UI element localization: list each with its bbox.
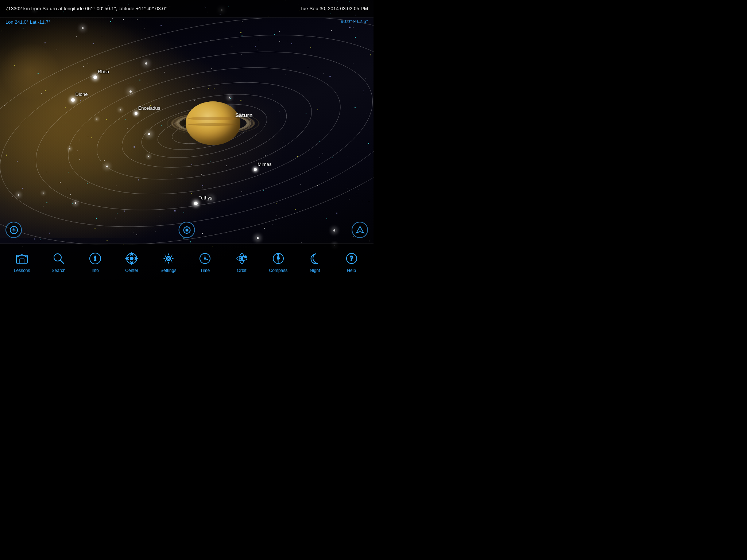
- orbit-label: Orbit: [237, 268, 247, 273]
- svg-rect-19: [20, 259, 24, 263]
- toolbar-item-orbit[interactable]: Orbit: [227, 248, 256, 276]
- toolbar-item-settings[interactable]: Settings: [154, 248, 183, 276]
- svg-point-40: [278, 258, 279, 259]
- center-label: Center: [125, 268, 138, 273]
- bottom-toolbar: Lessons Search i Info: [0, 244, 374, 280]
- compass-label: Compass: [269, 268, 288, 273]
- svg-point-28: [167, 257, 170, 260]
- toolbar-item-info[interactable]: i Info: [81, 248, 110, 276]
- coords-right: 90.0° x 62.6°: [341, 19, 368, 24]
- settings-icon: [161, 251, 176, 266]
- time-icon: [198, 251, 212, 266]
- night-icon: [307, 251, 322, 266]
- info-icon: i: [88, 251, 102, 266]
- orbit-icon: [235, 251, 249, 266]
- svg-text:N: N: [278, 253, 279, 255]
- help-icon: ?: [344, 251, 359, 266]
- center-view-button[interactable]: [179, 222, 195, 238]
- toolbar-item-help[interactable]: ? Help: [337, 248, 366, 276]
- search-label: Search: [52, 268, 66, 273]
- location-button[interactable]: [352, 222, 368, 238]
- svg-point-36: [244, 256, 246, 257]
- toolbar-item-compass[interactable]: N Compass: [264, 248, 293, 276]
- lessons-icon: [15, 251, 29, 266]
- night-label: Night: [310, 268, 320, 273]
- saturn-planet[interactable]: [186, 101, 240, 145]
- status-bar: 713302 km from Saturn at longitude 061° …: [0, 0, 374, 18]
- svg-point-11: [186, 229, 188, 231]
- help-label: Help: [347, 268, 356, 273]
- center-icon: [124, 251, 139, 266]
- datetime-display: Tue Sep 30, 2014 03:02:05 PM: [300, 6, 368, 11]
- toolbar-item-search[interactable]: Search: [44, 248, 73, 276]
- toolbar-item-night[interactable]: Night: [300, 248, 329, 276]
- svg-text:?: ?: [350, 255, 353, 262]
- coords-left: Lon 241.0° Lat -11.7°: [5, 19, 50, 25]
- svg-text:i: i: [94, 255, 96, 262]
- compass-icon: N: [271, 251, 286, 266]
- settings-label: Settings: [160, 268, 176, 273]
- svg-point-27: [166, 256, 171, 261]
- time-label: Time: [200, 268, 210, 273]
- toolbar-item-lessons[interactable]: Lessons: [7, 248, 36, 276]
- coords-bar: Lon 241.0° Lat -11.7° 90.0° x 62.6°: [0, 18, 374, 26]
- svg-point-25: [130, 257, 133, 260]
- svg-line-21: [60, 260, 64, 264]
- svg-point-35: [241, 257, 243, 260]
- info-label: Info: [92, 268, 99, 273]
- search-icon: [51, 251, 66, 266]
- toolbar-item-center[interactable]: Center: [117, 248, 146, 276]
- lessons-label: Lessons: [14, 268, 30, 273]
- svg-point-32: [204, 258, 206, 259]
- distance-info: 713302 km from Saturn at longitude 061° …: [5, 6, 167, 11]
- toolbar-item-time[interactable]: Time: [190, 248, 220, 276]
- gyro-button[interactable]: [5, 222, 22, 238]
- saturn-system[interactable]: [173, 83, 253, 163]
